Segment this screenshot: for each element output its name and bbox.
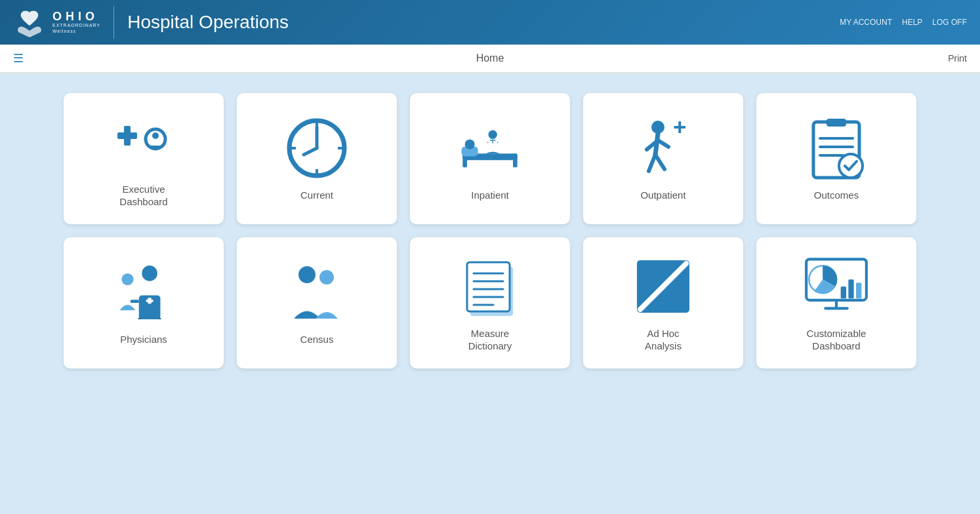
header-nav: MY ACCOUNT HELP LOG OFF — [840, 18, 967, 27]
svg-rect-1 — [124, 126, 131, 146]
svg-point-39 — [298, 266, 316, 283]
svg-line-25 — [658, 140, 668, 147]
svg-rect-13 — [513, 154, 518, 168]
toolbar: ☰ Home Print — [0, 45, 980, 73]
physicians-label: Physicians — [120, 333, 167, 346]
svg-line-22 — [649, 155, 655, 171]
measure-dictionary-icon — [457, 254, 523, 319]
card-inpatient[interactable]: Inpatient — [410, 93, 570, 224]
svg-text:+: + — [673, 115, 686, 140]
help-link[interactable]: HELP — [902, 18, 922, 27]
svg-rect-54 — [841, 287, 846, 298]
logo-ohio: OHIO — [52, 10, 100, 22]
card-physicians[interactable]: Physicians — [64, 237, 224, 368]
card-outpatient[interactable]: + Outpatient — [583, 93, 743, 224]
svg-point-40 — [319, 270, 334, 285]
logo-text: OHIO EXTRAORDINARY Wellness — [52, 10, 100, 34]
card-measure-dictionary[interactable]: MeasureDictionary — [410, 237, 570, 368]
svg-point-19 — [489, 130, 497, 139]
my-account-link[interactable]: MY ACCOUNT — [840, 18, 892, 27]
svg-rect-55 — [848, 279, 853, 298]
card-current[interactable]: Current — [237, 93, 397, 224]
census-icon — [284, 260, 350, 325]
customizable-dashboard-icon — [804, 254, 869, 319]
customizable-dashboard-label: CustomizableDashboard — [807, 327, 867, 353]
card-ad-hoc-analysis[interactable]: Ad HocAnalysis — [583, 237, 743, 368]
card-grid: ExecutiveDashboard Current — [64, 93, 916, 368]
measure-dictionary-label: MeasureDictionary — [468, 327, 512, 353]
svg-point-33 — [142, 266, 157, 281]
card-census[interactable]: Census — [237, 237, 397, 368]
census-label: Census — [300, 333, 334, 346]
outcomes-label: Outcomes — [814, 189, 859, 202]
hamburger-menu[interactable]: ☰ — [13, 51, 24, 66]
logo-icon — [13, 6, 46, 39]
inpatient-icon — [457, 115, 523, 181]
svg-line-6 — [304, 148, 317, 155]
ad-hoc-analysis-icon — [630, 254, 696, 319]
physicians-icon — [111, 260, 176, 325]
svg-line-23 — [655, 155, 664, 169]
executive-dashboard-icon — [111, 109, 176, 175]
card-executive-dashboard[interactable]: ExecutiveDashboard — [64, 93, 224, 224]
svg-point-37 — [121, 273, 133, 285]
current-label: Current — [300, 189, 333, 202]
print-button[interactable]: Print — [948, 53, 967, 64]
inpatient-label: Inpatient — [471, 189, 509, 202]
svg-rect-36 — [148, 298, 151, 304]
ad-hoc-analysis-label: Ad HocAnalysis — [645, 327, 682, 353]
outcomes-icon — [804, 115, 869, 181]
log-off-link[interactable]: LOG OFF — [932, 18, 967, 27]
svg-point-3 — [152, 132, 159, 139]
svg-rect-28 — [827, 119, 846, 127]
page-title: Home — [476, 52, 504, 64]
svg-point-15 — [465, 140, 475, 149]
current-icon — [284, 115, 350, 181]
app-title: Hospital Operations — [127, 12, 289, 33]
logo-extraordinary: EXTRAORDINARY — [52, 22, 100, 28]
logo-wellness: Wellness — [52, 28, 100, 34]
executive-dashboard-label: ExecutiveDashboard — [119, 183, 167, 208]
card-outcomes[interactable]: Outcomes — [756, 93, 916, 224]
main-content: ExecutiveDashboard Current — [0, 73, 980, 514]
svg-rect-56 — [856, 283, 861, 298]
card-customizable-dashboard[interactable]: CustomizableDashboard — [756, 237, 916, 368]
outpatient-label: Outpatient — [640, 189, 685, 202]
outpatient-icon: + — [630, 115, 696, 181]
app-header: OHIO EXTRAORDINARY Wellness Hospital Ope… — [0, 0, 980, 45]
logo-area: OHIO EXTRAORDINARY Wellness — [13, 6, 114, 39]
